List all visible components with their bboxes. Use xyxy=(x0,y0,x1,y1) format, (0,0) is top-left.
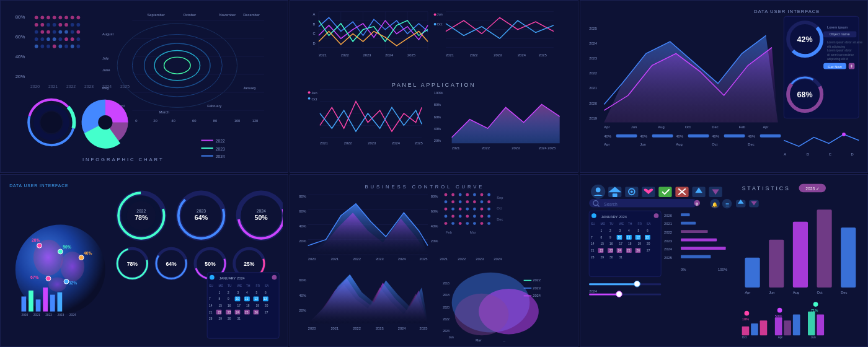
svg-text:50%: 50% xyxy=(255,214,268,221)
svg-text:2024: 2024 xyxy=(386,53,394,57)
svg-point-512 xyxy=(634,281,640,287)
svg-point-460 xyxy=(591,213,596,218)
svg-text:23: 23 xyxy=(228,311,231,314)
svg-point-372 xyxy=(488,208,491,211)
svg-text:TH: TH xyxy=(628,222,632,226)
svg-text:Sep: Sep xyxy=(497,196,503,200)
svg-rect-538 xyxy=(792,222,807,288)
svg-text:2022: 2022 xyxy=(443,318,450,321)
svg-text:2020: 2020 xyxy=(308,327,316,330)
svg-point-26 xyxy=(71,30,74,34)
svg-text:Jun: Jun xyxy=(810,336,815,339)
svg-text:7: 7 xyxy=(209,297,211,301)
svg-text:40%: 40% xyxy=(299,224,306,228)
svg-text:2025: 2025 xyxy=(420,327,428,330)
svg-point-32 xyxy=(58,37,62,41)
svg-text:May: May xyxy=(102,86,109,90)
svg-text:SA: SA xyxy=(265,284,269,288)
svg-point-9 xyxy=(64,15,68,19)
svg-point-410 xyxy=(455,294,509,336)
svg-text:2020: 2020 xyxy=(443,306,450,309)
svg-point-386 xyxy=(488,222,491,225)
svg-text:January: January xyxy=(243,86,256,90)
svg-text:1: 1 xyxy=(600,229,602,232)
svg-text:2020: 2020 xyxy=(308,258,316,261)
svg-point-206 xyxy=(842,133,846,136)
svg-point-362 xyxy=(466,200,469,203)
svg-point-7 xyxy=(53,15,56,19)
svg-text:Oct: Oct xyxy=(497,206,502,210)
svg-text:2024: 2024 xyxy=(533,294,541,297)
svg-point-13 xyxy=(40,23,44,27)
svg-point-6 xyxy=(46,15,50,19)
svg-text:Feb: Feb xyxy=(446,231,452,234)
svg-text:Jun: Jun xyxy=(437,12,443,16)
svg-text:2018: 2018 xyxy=(443,294,450,297)
svg-text:2022: 2022 xyxy=(66,84,76,89)
svg-text:4: 4 xyxy=(628,229,630,232)
svg-point-28 xyxy=(35,37,38,41)
svg-point-36 xyxy=(35,45,38,48)
svg-text:Apr: Apr xyxy=(777,336,782,339)
svg-point-429 xyxy=(595,188,600,193)
svg-text:2023: 2023 xyxy=(216,147,225,151)
svg-text:31: 31 xyxy=(619,256,622,259)
svg-text:WE: WE xyxy=(619,222,624,226)
business-control-svg: BUSINESS CONTROL CURVE 80% 60% 40% 20% xyxy=(295,180,572,341)
svg-rect-432 xyxy=(613,193,618,197)
svg-point-380 xyxy=(445,222,448,225)
svg-text:40%: 40% xyxy=(16,54,25,59)
svg-text:60%: 60% xyxy=(299,209,306,213)
svg-rect-547 xyxy=(742,327,749,336)
svg-point-4 xyxy=(35,15,38,19)
svg-point-280 xyxy=(210,275,215,280)
svg-text:Apr: Apr xyxy=(604,143,609,146)
svg-rect-550 xyxy=(774,317,782,335)
svg-text:A: A xyxy=(784,152,786,156)
svg-rect-231 xyxy=(57,292,62,312)
svg-text:60: 60 xyxy=(192,120,196,123)
svg-text:2: 2 xyxy=(609,229,611,232)
svg-text:Oct: Oct xyxy=(742,336,746,339)
svg-point-73 xyxy=(164,57,191,74)
svg-rect-553 xyxy=(808,312,815,336)
svg-point-360 xyxy=(452,200,455,203)
svg-text:Oct: Oct xyxy=(312,97,317,101)
svg-text:19: 19 xyxy=(255,304,259,307)
svg-marker-401 xyxy=(308,275,428,323)
svg-text:Mar: Mar xyxy=(503,341,508,341)
svg-text:29: 29 xyxy=(600,256,604,259)
svg-text:7: 7 xyxy=(591,236,593,239)
svg-text:20%: 20% xyxy=(299,309,306,312)
svg-point-381 xyxy=(452,222,455,225)
panel-infographic-chart: 80% 60% 40% 20% // We'll draw dots inlin… xyxy=(0,0,288,173)
svg-text:3: 3 xyxy=(619,229,621,232)
svg-text:MO: MO xyxy=(219,284,224,288)
svg-text:0: 0 xyxy=(135,120,137,123)
svg-text:TH: TH xyxy=(246,284,250,288)
svg-point-94 xyxy=(98,115,112,130)
svg-text:Lorem ipsum dolor sit amet con: Lorem ipsum dolor sit amet consectetur a… xyxy=(827,41,862,44)
svg-text:Get Now: Get Now xyxy=(828,65,842,69)
svg-text:May: May xyxy=(476,339,482,341)
svg-text:100%: 100% xyxy=(434,91,443,95)
svg-rect-554 xyxy=(817,315,824,336)
svg-text:2022: 2022 xyxy=(470,53,478,57)
svg-text:27: 27 xyxy=(265,311,268,314)
svg-point-357 xyxy=(480,193,484,196)
svg-text:JANUARY 2024: JANUARY 2024 xyxy=(219,276,245,280)
svg-marker-149 xyxy=(452,105,560,144)
svg-text:2025: 2025 xyxy=(407,53,415,57)
svg-text:17: 17 xyxy=(619,242,622,245)
svg-point-364 xyxy=(480,200,484,203)
svg-point-379 xyxy=(488,215,491,218)
svg-text:2025: 2025 xyxy=(415,141,423,145)
svg-text:2024: 2024 xyxy=(664,247,673,251)
svg-point-16 xyxy=(58,23,62,27)
svg-text:2021: 2021 xyxy=(446,53,454,57)
svg-point-22 xyxy=(46,30,50,34)
svg-text:16: 16 xyxy=(228,304,231,307)
svg-text:21: 21 xyxy=(591,249,595,252)
svg-point-24 xyxy=(58,30,62,34)
svg-text:2021: 2021 xyxy=(320,141,328,145)
